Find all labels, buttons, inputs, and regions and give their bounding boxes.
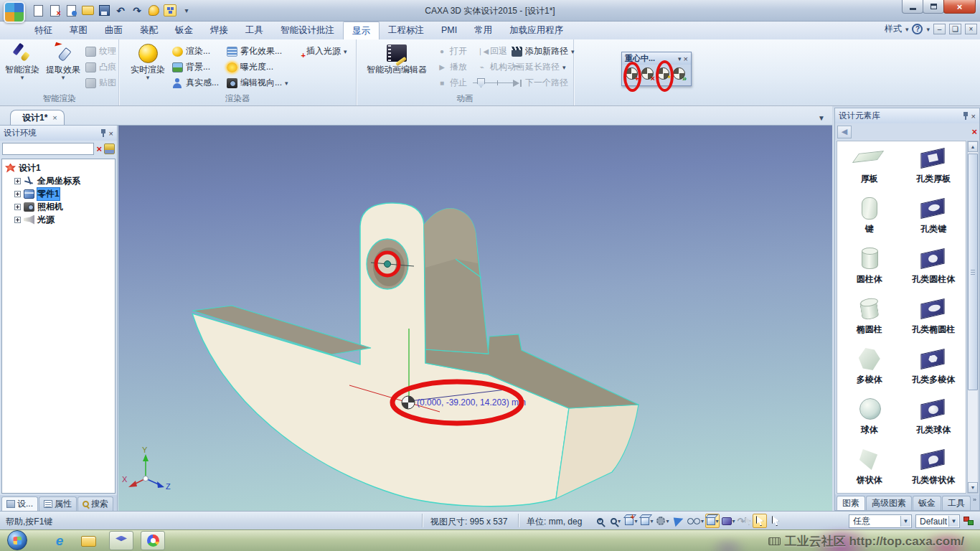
zoom-in-icon[interactable] [593, 514, 607, 528]
dropdown-arrow-icon[interactable]: ▾ [285, 80, 288, 87]
ribbon-tab[interactable]: 曲面 [96, 22, 131, 39]
stereo-glasses-icon[interactable]: ▾ [687, 514, 704, 528]
ribbon-tab[interactable]: 工具 [237, 22, 272, 39]
animation-play-button[interactable]: ▶ 播放 [437, 61, 467, 73]
realtime-render-button[interactable]: 实时渲染 ▾ [127, 42, 169, 81]
camera-settings-icon[interactable]: ▾ [656, 514, 670, 528]
tree-expander-icon[interactable] [14, 217, 21, 223]
pin-icon[interactable] [963, 112, 969, 120]
reposition-icon[interactable]: ↷ [737, 514, 751, 528]
document-tab-close-icon[interactable]: × [52, 113, 57, 122]
animation-timeline-slider[interactable] [473, 83, 517, 83]
minimize-button[interactable] [902, 0, 923, 14]
panel-close-icon[interactable]: × [971, 112, 976, 121]
3d-viewport[interactable]: (0.000, -39.200, 14.203) mm Y X Z [118, 126, 832, 511]
dropdown-arrow-icon[interactable]: ▾ [562, 64, 566, 71]
new-view-window-icon[interactable]: ▾ [624, 514, 639, 528]
cog-marker[interactable] [402, 396, 415, 409]
library-category-tab[interactable]: 图素 [837, 496, 865, 510]
toolbar-close-icon[interactable]: × [684, 55, 688, 63]
select-cursor-icon[interactable] [753, 514, 767, 528]
clip-plane-icon[interactable] [672, 514, 686, 528]
next-path-button[interactable]: 下一个路径 [512, 77, 568, 89]
display-mode-icon[interactable]: ▾ [705, 514, 720, 528]
anchor-point[interactable] [385, 261, 391, 268]
tree-filter-field[interactable] [2, 143, 94, 155]
smart-animation-editor-button[interactable]: 智能动画编辑器 [361, 42, 433, 75]
taskbar-browser-app[interactable] [141, 531, 165, 550]
ribbon-tab[interactable]: 装配 [131, 22, 166, 39]
clear-filter-icon[interactable]: × [96, 144, 102, 154]
style-dropdown-arrow-icon[interactable]: ▾ [905, 26, 909, 33]
add-new-path-button[interactable]: 添加新路径 ▾ [512, 45, 575, 57]
filter-options-icon[interactable] [104, 143, 115, 154]
dropdown-arrow-icon[interactable]: ▾ [42, 75, 84, 81]
pin-icon[interactable] [100, 129, 106, 137]
ribbon-tab[interactable]: 加载应用程序 [501, 22, 572, 39]
toolbar-dropdown-arrow-icon[interactable]: ▾ [678, 55, 682, 62]
tree-item[interactable]: 零件1 [2, 187, 115, 200]
dropdown-arrow-icon[interactable]: ▾ [571, 48, 575, 55]
library-item[interactable]: 孔类厚板 [902, 143, 966, 193]
library-item[interactable]: 球体 [837, 394, 902, 444]
dropdown-arrow-icon[interactable]: ▾ [1, 75, 43, 81]
insert-light-button[interactable]: 插入光源 ▾ [291, 45, 347, 57]
zoom-mode-icon[interactable]: ▾ [608, 514, 623, 528]
caxa-logo-icon[interactable] [4, 1, 25, 23]
ribbon-tab[interactable]: 常用 [466, 22, 501, 39]
scrollbar-thumb[interactable] [968, 154, 978, 390]
realism-button[interactable]: 真实感... [172, 77, 219, 89]
library-item[interactable]: 椭圆柱 [837, 293, 902, 344]
ribbon-tab[interactable]: PMI [433, 22, 466, 39]
help-icon[interactable]: ? [912, 24, 923, 34]
library-item[interactable]: 孔类多棱体 [902, 344, 966, 394]
decal-button[interactable]: 贴图 [85, 77, 116, 89]
ribbon-tab[interactable]: 草图 [61, 22, 96, 39]
ribbon-tab[interactable]: 智能设计批注 [272, 22, 343, 39]
animation-stop-button[interactable]: ■ 停止 [437, 77, 517, 89]
mdi-restore-button[interactable]: ❏ [949, 24, 961, 34]
tree-expander-icon[interactable] [14, 178, 21, 184]
library-category-tab[interactable]: 钣金 [913, 496, 941, 510]
mdi-minimize-button[interactable]: – [933, 24, 946, 34]
extend-path-button[interactable]: 延长路径 ▾ [512, 61, 566, 73]
help-dropdown-arrow-icon[interactable]: ▾ [926, 26, 930, 33]
library-scrollbar[interactable]: ▲ ▼ [967, 141, 979, 494]
selection-filter-combo[interactable]: 任意 ▼ [849, 514, 912, 528]
taskbar-caxa-app[interactable] [109, 531, 133, 550]
animation-open-button[interactable]: ● 打开 [437, 45, 467, 57]
tree-item[interactable]: 光源 [2, 213, 115, 226]
file-explorer-icon[interactable] [79, 532, 98, 550]
start-button[interactable] [7, 530, 27, 550]
document-tab[interactable]: 设计1* × [10, 110, 65, 125]
structure-icon[interactable] [963, 517, 974, 525]
back-arrow-icon[interactable]: ◀ [837, 126, 852, 138]
restore-button[interactable] [923, 0, 944, 14]
panel-close-icon[interactable]: × [109, 129, 113, 138]
library-item[interactable]: 键 [837, 193, 902, 243]
library-item[interactable]: 孔类圆柱体 [902, 243, 966, 293]
part-right-side-face[interactable] [556, 405, 639, 499]
background-button[interactable]: 背景... [172, 61, 210, 73]
ribbon-tab[interactable]: 钣金 [166, 22, 202, 39]
texture-button[interactable]: 纹理 [85, 45, 116, 57]
library-item[interactable]: 孔类键 [902, 193, 966, 243]
ribbon-tab[interactable]: 特征 [26, 22, 61, 39]
render-button[interactable]: 渲染... [172, 45, 210, 57]
library-item[interactable]: 多棱体 [837, 344, 902, 394]
library-item[interactable]: 厚板 [837, 143, 902, 193]
smart-render-button[interactable]: 智能渲染 ▾ [1, 42, 43, 81]
dropdown-arrow-icon[interactable]: ▾ [344, 48, 347, 55]
tab-design-tree[interactable]: 设... [1, 496, 38, 511]
tree-expander-icon[interactable] [14, 191, 21, 197]
library-item[interactable]: 孔类球体 [902, 394, 966, 444]
scroll-down-icon[interactable]: ▼ [968, 482, 978, 493]
library-close-icon[interactable]: × [971, 127, 977, 136]
extract-effect-button[interactable]: 提取效果 ▾ [42, 42, 84, 81]
mdi-close-button[interactable]: × [965, 24, 977, 34]
tree-item[interactable]: 全局坐标系 [2, 174, 115, 187]
pick-cursor-icon[interactable] [768, 514, 783, 528]
library-item[interactable]: 孔类饼状体 [902, 444, 966, 494]
fog-effect-button[interactable]: 雾化效果... [227, 45, 282, 57]
ribbon-tab[interactable]: 显示 [343, 22, 380, 39]
